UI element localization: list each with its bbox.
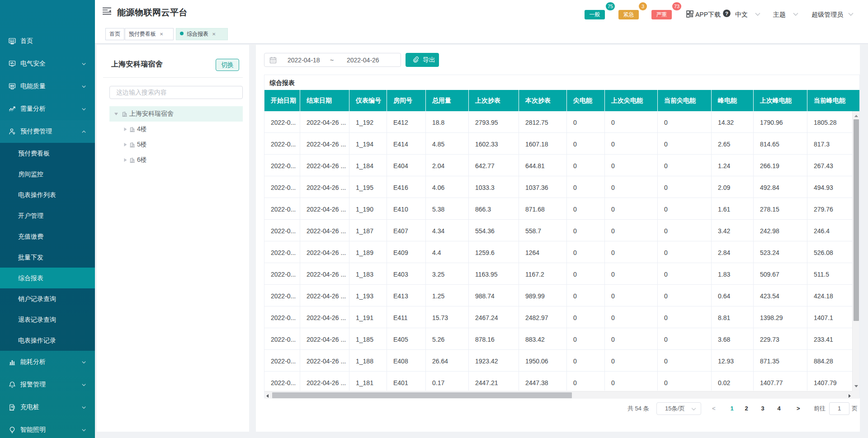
svg-text:?: ? xyxy=(725,11,728,16)
